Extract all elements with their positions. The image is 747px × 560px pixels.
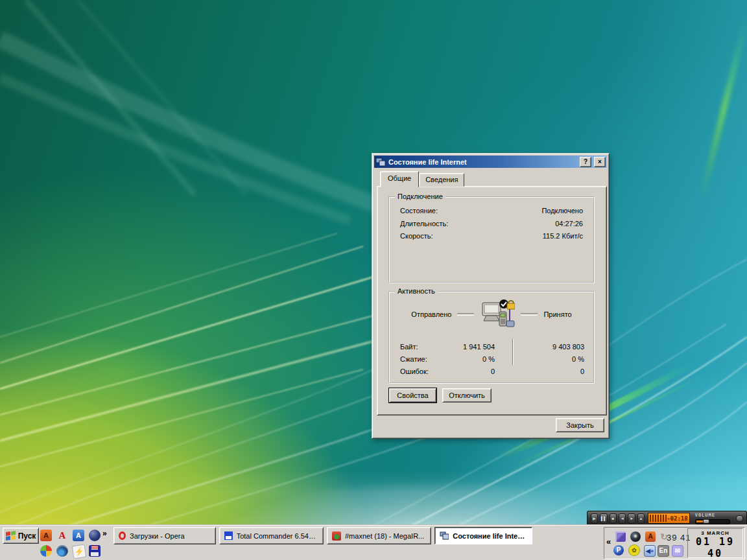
status-value: Подключено xyxy=(541,207,583,215)
tray-volume-icon[interactable]: ◀» xyxy=(644,545,656,557)
stop-button[interactable]: ■ xyxy=(610,513,617,524)
volume-knob[interactable] xyxy=(703,519,709,524)
taskbar-button-label: Состояние life Internet xyxy=(453,532,527,540)
help-button[interactable]: ? xyxy=(580,157,591,167)
tray-mail-icon[interactable]: ✉ xyxy=(672,545,683,557)
dialog-titlebar[interactable]: Состояние life Internet ? × xyxy=(374,156,607,168)
language-indicator[interactable]: En xyxy=(658,545,669,557)
total-commander-icon xyxy=(224,531,233,540)
sent-dash xyxy=(457,313,474,316)
taskbar-button-label: Total Commander 6.54a ... xyxy=(237,532,318,540)
activity-stats: Байт: 1 941 504 9 403 803 Сжатие: 0 % 0 … xyxy=(400,340,584,377)
spectrum-bars xyxy=(650,515,667,522)
irc-client-icon xyxy=(332,531,341,541)
dialog-title: Состояние life Internet xyxy=(388,158,577,166)
tab-page-general: Подключение Состояние: Подключено Длител… xyxy=(377,186,607,415)
compression-sent: 0 % xyxy=(456,355,495,363)
deskband-minimize-button[interactable] xyxy=(736,515,743,522)
connection-activity-icon xyxy=(480,299,515,330)
errors-sent: 0 xyxy=(456,368,495,375)
activity-group-label: Активность xyxy=(395,287,438,295)
tab-details[interactable]: Сведения xyxy=(419,173,464,187)
clock-time: 01 19 40 xyxy=(688,536,742,559)
dialup-connection-icon xyxy=(440,531,449,540)
eject-button[interactable]: ▲ xyxy=(637,513,645,524)
tray-spider-icon[interactable]: ✳ xyxy=(630,531,641,542)
activity-header: Отправлено xyxy=(390,299,593,330)
taskbar-button-connection-status[interactable]: Состояние life Internet xyxy=(434,527,532,544)
taskbar-button-total-commander[interactable]: Total Commander 6.54a ... xyxy=(219,527,324,544)
tab-details-label: Сведения xyxy=(425,176,458,183)
duration-row: Длительность: 04:27:26 xyxy=(400,220,583,228)
tray-clock[interactable]: 3 MARCH 01 19 40 SATURDAY xyxy=(687,528,743,558)
errors-received: 0 xyxy=(495,368,584,375)
tray-qip-icon[interactable]: ✿ xyxy=(629,545,639,555)
connection-group-label: Подключение xyxy=(395,192,445,200)
taskbar-button-label: Загрузки - Opera xyxy=(130,532,185,540)
taskbar-button-label: #maxnet (18) - MegaIR... xyxy=(345,532,424,540)
bytes-received: 9 403 803 xyxy=(495,343,584,351)
disconnect-button[interactable]: Отключить xyxy=(442,388,492,402)
quicklaunch-floppy-icon[interactable] xyxy=(89,545,101,557)
tray-network-icon[interactable] xyxy=(615,531,626,542)
bytes-sent: 1 941 504 xyxy=(456,343,495,351)
status-label: Состояние: xyxy=(400,207,438,215)
quicklaunch-overflow-chevron[interactable]: » xyxy=(102,529,107,538)
close-button[interactable]: × xyxy=(594,157,606,167)
taskbar-button-opera[interactable]: Загрузки - Opera xyxy=(113,527,216,544)
quicklaunch-pinwheel-icon[interactable] xyxy=(40,545,52,557)
system-tray: « ✳ A ↻ 39 41 P ✿ ◀» En ✉ 3 MARCH 01 19 … xyxy=(604,527,745,559)
opera-icon xyxy=(119,531,126,540)
tab-strip: Общие Сведения xyxy=(380,171,464,187)
tab-general-label: Общие xyxy=(388,174,411,182)
bytes-label: Байт: xyxy=(400,343,456,351)
connection-status-dialog: Состояние life Internet ? × Общие Сведен… xyxy=(372,153,610,439)
quicklaunch-red-a-icon[interactable]: A xyxy=(56,530,68,541)
properties-button[interactable]: Свойства xyxy=(389,388,436,402)
window-buttons: Загрузки - Opera Total Commander 6.54a .… xyxy=(113,527,532,544)
previous-button[interactable]: ◄ xyxy=(619,513,626,524)
received-label: Принято xyxy=(543,310,571,318)
tray-p-icon[interactable]: P xyxy=(613,545,624,555)
compression-received: 0 % xyxy=(495,355,584,363)
duration-value: 04:27:26 xyxy=(555,220,583,228)
volume-slider[interactable] xyxy=(695,519,730,524)
taskbar: Пуск A A A ⚡ » Загрузки - Opera Total Co… xyxy=(0,524,747,560)
quicklaunch-globe-icon[interactable] xyxy=(56,545,68,557)
start-button[interactable]: Пуск xyxy=(3,528,39,544)
media-player-deskband: ▶ ▌▌ ■ ◄ ► ▲ -02:18 VOLUME xyxy=(587,511,747,525)
tray-orange-a-icon[interactable]: A xyxy=(645,531,656,542)
clock-date: 3 MARCH xyxy=(688,530,742,536)
quicklaunch-blue-a-icon[interactable]: A xyxy=(73,530,84,541)
duration-label: Длительность: xyxy=(400,220,448,228)
quicklaunch-sphere-icon[interactable] xyxy=(89,530,101,541)
tab-general[interactable]: Общие xyxy=(380,171,419,187)
start-label: Пуск xyxy=(18,531,36,541)
desktop: Состояние life Internet ? × Общие Сведен… xyxy=(0,0,747,560)
quicklaunch-orange-a-icon[interactable]: A xyxy=(40,530,52,541)
quicklaunch-lightning-icon[interactable]: ⚡ xyxy=(72,544,87,559)
tray-collapse-chevron[interactable]: « xyxy=(606,537,611,546)
dialup-connection-icon xyxy=(375,158,386,167)
track-time: -02:18 xyxy=(667,515,689,522)
windows-logo-icon xyxy=(6,531,16,541)
taskbar-button-megairc[interactable]: #maxnet (18) - MegaIR... xyxy=(327,527,431,544)
close-dialog-button[interactable]: Закрыть xyxy=(556,418,604,432)
received-dash xyxy=(521,313,538,316)
errors-label: Ошибок: xyxy=(400,368,456,375)
activity-group: Активность Отправлено xyxy=(388,291,595,384)
speed-value: 115.2 Кбит/с xyxy=(543,232,583,240)
speed-row: Скорость: 115.2 Кбит/с xyxy=(400,232,583,240)
play-button[interactable]: ▶ xyxy=(591,513,598,524)
compression-label: Сжатие: xyxy=(400,355,456,363)
connection-group: Подключение Состояние: Подключено Длител… xyxy=(388,196,595,283)
sent-label: Отправлено xyxy=(411,310,451,318)
volume-group: VOLUME xyxy=(695,513,730,524)
pause-button[interactable]: ▌▌ xyxy=(600,513,607,524)
next-button[interactable]: ► xyxy=(628,513,635,524)
status-row: Состояние: Подключено xyxy=(400,207,583,215)
speed-label: Скорость: xyxy=(400,232,433,240)
volume-label: VOLUME xyxy=(695,513,730,518)
lcd-display: -02:18 xyxy=(648,513,690,524)
